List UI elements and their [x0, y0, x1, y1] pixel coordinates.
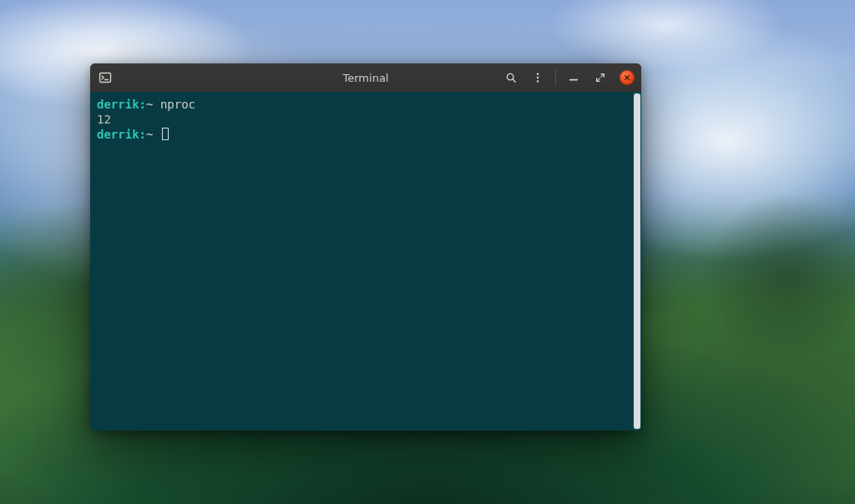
command-text: nproc: [160, 98, 195, 111]
prompt-path: ~: [146, 128, 153, 141]
svg-rect-0: [100, 73, 111, 83]
output-text: 12: [97, 113, 111, 126]
terminal-line: 12: [97, 113, 111, 126]
titlebar-separator: [555, 70, 556, 85]
prompt-user: derrik:: [97, 98, 146, 111]
terminal-line: derrik:~ nproc: [97, 98, 195, 111]
titlebar-actions: [503, 70, 635, 85]
svg-point-2: [537, 73, 539, 74]
svg-point-4: [537, 80, 539, 82]
prompt-path: ~: [146, 98, 153, 111]
close-button[interactable]: [620, 70, 635, 85]
terminal-icon: [99, 71, 112, 84]
prompt-user: derrik:: [97, 128, 146, 141]
window-titlebar[interactable]: Terminal: [90, 63, 641, 93]
terminal-output[interactable]: derrik:~ nproc 12 derrik:~: [90, 92, 633, 431]
terminal-window: Terminal: [90, 63, 641, 431]
minimize-button[interactable]: [566, 70, 581, 85]
terminal-body[interactable]: derrik:~ nproc 12 derrik:~: [90, 92, 641, 431]
search-icon[interactable]: [503, 70, 519, 85]
cursor: [162, 128, 169, 140]
maximize-button[interactable]: [593, 70, 608, 85]
svg-point-3: [537, 77, 539, 78]
scrollbar[interactable]: [633, 92, 641, 431]
scrollbar-thumb[interactable]: [634, 93, 640, 429]
terminal-line: derrik:~: [97, 128, 169, 141]
menu-dots-icon[interactable]: [530, 70, 545, 85]
